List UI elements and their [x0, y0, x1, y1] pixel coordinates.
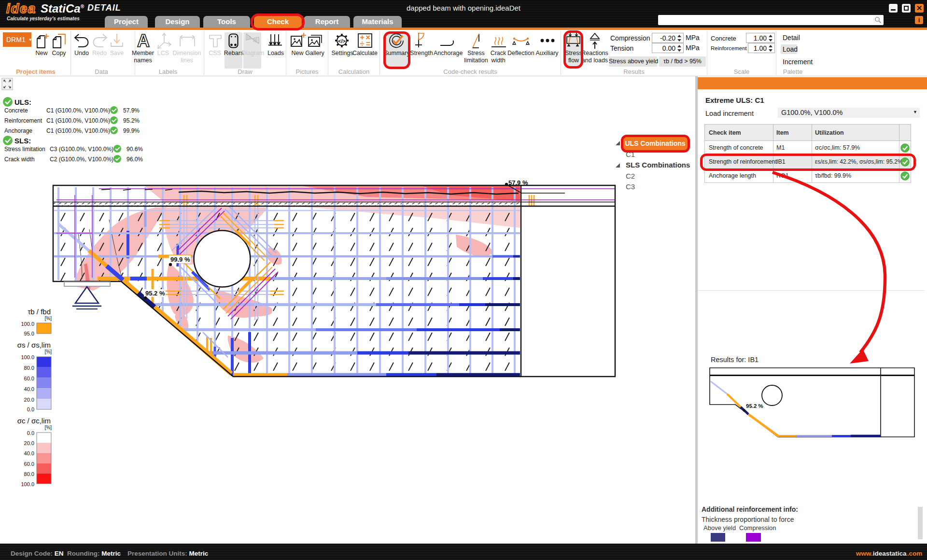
svg-text:99.9 %: 99.9 % [170, 256, 190, 263]
svg-text:ULS:: ULS: [14, 98, 31, 106]
svg-text:SLS Combinations: SLS Combinations [626, 161, 690, 169]
svg-text:100.0: 100.0 [21, 481, 34, 487]
svg-text:95.2 %: 95.2 % [145, 290, 165, 297]
svg-text:100.0: 100.0 [21, 321, 34, 327]
svg-text:C1 (G100.0%, V100.0%): C1 (G100.0%, V100.0%) [46, 117, 110, 124]
svg-text:99.9%: 99.9% [123, 127, 140, 134]
svg-text:60.0: 60.0 [24, 376, 34, 381]
svg-text:σc / σc,lim: σc / σc,lim [17, 417, 51, 425]
svg-text:80.0: 80.0 [24, 365, 34, 371]
svg-text:80.0: 80.0 [24, 471, 34, 477]
svg-text:95.0: 95.0 [24, 331, 34, 336]
svg-text:Stress limitation: Stress limitation [4, 146, 45, 153]
svg-text:C3: C3 [626, 182, 635, 191]
svg-text:[%]: [%] [45, 316, 52, 321]
svg-text:A: A [137, 32, 150, 49]
svg-text:Anchorage: Anchorage [4, 127, 32, 134]
svg-text:Concrete: Concrete [4, 107, 28, 114]
svg-text:SLS:: SLS: [14, 137, 31, 145]
svg-text:C2 (G100.0%, V100.0%): C2 (G100.0%, V100.0%) [50, 156, 113, 163]
svg-text:40.0: 40.0 [24, 450, 34, 456]
svg-text:20.0: 20.0 [24, 397, 34, 403]
svg-text:C2: C2 [626, 172, 635, 180]
svg-text:C1 (G100.0%, V100.0%): C1 (G100.0%, V100.0%) [46, 107, 110, 114]
svg-text:σs / σs,lim: σs / σs,lim [17, 341, 51, 349]
svg-text:τb / fbd: τb / fbd [28, 308, 51, 316]
svg-text:40.0: 40.0 [24, 386, 34, 392]
svg-text:0.0: 0.0 [27, 430, 34, 436]
svg-text:95.2%: 95.2% [123, 117, 140, 124]
svg-text:57.9%: 57.9% [123, 107, 140, 114]
svg-text:[%]: [%] [45, 349, 52, 354]
svg-text:100.0: 100.0 [21, 354, 34, 360]
svg-text:57.9 %: 57.9 % [508, 179, 528, 186]
svg-text:90.6%: 90.6% [126, 146, 143, 153]
svg-text:95.2 %: 95.2 % [746, 403, 763, 409]
svg-text:Reinforcement: Reinforcement [4, 117, 42, 124]
svg-text:96.0%: 96.0% [126, 156, 143, 163]
svg-text:C3 (G100.0%, V100.0%): C3 (G100.0%, V100.0%) [50, 146, 113, 153]
svg-text:60.0: 60.0 [24, 461, 34, 467]
svg-text:[%]: [%] [45, 425, 52, 430]
svg-text:0.0: 0.0 [27, 406, 34, 412]
svg-text:</>: </> [338, 38, 346, 44]
svg-text:Crack width: Crack width [4, 156, 35, 163]
svg-text:C1 (G100.0%, V100.0%): C1 (G100.0%, V100.0%) [46, 127, 110, 134]
svg-text:20.0: 20.0 [24, 440, 34, 446]
